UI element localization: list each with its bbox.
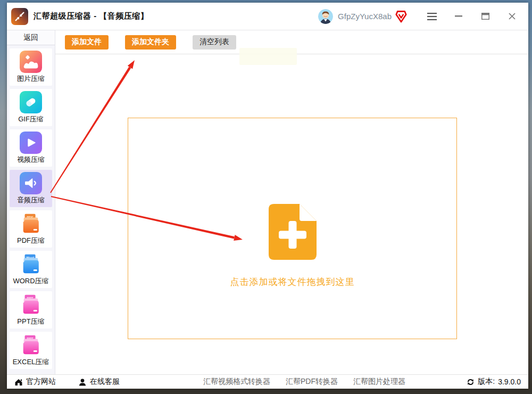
sidebar-item-label: PDF压缩 [17,236,45,245]
support-person-icon [78,378,87,386]
document-plus-icon [269,204,317,260]
video-converter-link[interactable]: 汇帮视频格式转换器 [203,377,270,387]
username-text: GfpZyYucX8ab [338,12,392,21]
back-button[interactable]: 返回 [7,30,55,45]
sidebar-item-ppt-compress[interactable]: PPT PPT压缩 [10,291,52,329]
sidebar-item-label: EXCEL压缩 [13,357,49,367]
pdf-converter-link[interactable]: 汇帮PDF转换器 [286,377,338,387]
sidebar-item-excel-compress[interactable]: PPT EXCEL压缩 [10,332,52,369]
main-panel: 添加文件 添加文件夹 清空列表 点击添加或将文件拖拽到这里 [55,30,528,374]
image-processor-link[interactable]: 汇帮图片处理器 [353,377,405,387]
sidebar-item-label: WORD压缩 [13,276,48,286]
clear-list-button[interactable]: 清空列表 [193,35,236,50]
add-folder-button[interactable]: 添加文件夹 [125,35,176,50]
window-title: 汇帮超级压缩器 - 【音频压缩】 [34,11,148,21]
footer-product-links: 汇帮视频格式转换器 汇帮PDF转换器 汇帮图片处理器 [203,377,405,387]
add-file-button[interactable]: 添加文件 [65,35,109,50]
maximize-icon [481,13,489,20]
refresh-icon[interactable] [467,378,475,386]
sidebar-item-label: 图片压缩 [17,74,45,84]
audio-compress-icon [20,172,42,194]
ppt-folder-icon: PPT [20,293,42,316]
vip-diamond-icon [395,10,407,23]
online-support-link[interactable]: 在线客服 [78,377,120,387]
dropzone[interactable]: 点击添加或将文件拖拽到这里 [128,118,457,339]
official-site-label: 官方网站 [26,377,56,387]
sidebar-item-gif-compress[interactable]: GIF压缩 [10,89,52,126]
sidebar-item-label: 视频压缩 [17,155,45,165]
sidebar-item-image-compress[interactable]: 图片压缩 [10,48,52,86]
sidebar-item-video-compress[interactable]: 视频压缩 [10,129,52,167]
gif-compress-icon [20,91,42,113]
word-folder-icon: Word [20,253,42,275]
version-number: 3.9.0.0 [498,377,521,386]
footer-bar: 官方网站 在线客服 汇帮视频格式转换器 汇帮PDF转换器 汇帮图片处理器 版本:… [7,374,528,389]
sidebar-item-word-compress[interactable]: Word WORD压缩 [10,251,52,288]
dropzone-hint: 点击添加或将文件拖拽到这里 [230,276,355,288]
minimize-button[interactable] [445,6,472,27]
sidebar-item-audio-compress[interactable]: 音频压缩 [10,170,52,207]
sidebar-item-label: GIF压缩 [18,114,44,124]
title-bar: 汇帮超级压缩器 - 【音频压缩】 GfpZyYucX8ab [7,3,528,30]
sidebar-item-label: PPT压缩 [17,317,44,326]
pdf-folder-icon: PDF [20,212,42,235]
close-icon [509,13,516,20]
online-support-label: 在线客服 [90,377,120,387]
user-account[interactable]: GfpZyYucX8ab [318,9,407,24]
sidebar-item-label: 音频压缩 [17,195,45,205]
app-logo-icon [11,8,28,25]
faded-tooltip [239,48,297,65]
image-compress-icon [20,51,42,73]
excel-folder-icon: PPT [20,334,42,356]
file-list-area: 点击添加或将文件拖拽到这里 [55,54,528,374]
video-compress-icon [20,132,42,154]
app-window: 汇帮超级压缩器 - 【音频压缩】 GfpZyYucX8ab [7,3,528,389]
home-icon [14,378,23,386]
user-avatar [318,9,333,24]
official-site-link[interactable]: 官方网站 [14,377,56,387]
maximize-button[interactable] [472,6,498,27]
sidebar: 返回 图片压缩 [7,30,55,374]
minimize-icon [455,15,462,17]
sidebar-item-pdf-compress[interactable]: PDF PDF压缩 [10,210,52,248]
version-label: 版本: [478,377,495,387]
menu-button[interactable] [419,6,445,27]
close-button[interactable] [498,6,525,27]
sidebar-items: 图片压缩 GIF压缩 [7,45,55,374]
menu-icon [427,13,437,20]
window-controls [419,6,525,27]
version-info: 版本: 3.9.0.0 [467,377,521,387]
